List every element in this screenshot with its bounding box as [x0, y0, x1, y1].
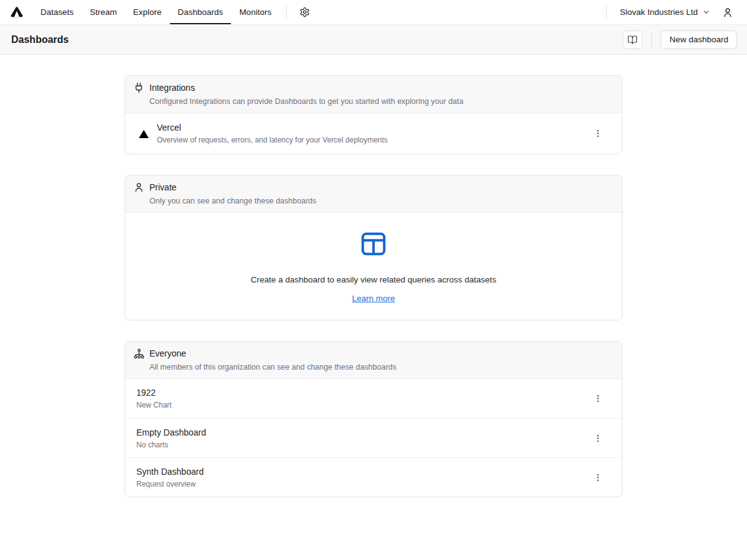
integration-name: Vercel: [157, 122, 388, 133]
everyone-header-text: Everyone All members of this organizatio…: [149, 348, 397, 372]
nav-item-monitors[interactable]: Monitors: [231, 0, 280, 24]
dashboard-name: Empty Dashboard: [136, 427, 206, 438]
dashboard-row-synth-dashboard[interactable]: Synth Dashboard Request overview: [125, 457, 622, 497]
nav-item-stream[interactable]: Stream: [82, 0, 125, 24]
top-nav: Datasets Stream Explore Dashboards Monit…: [0, 0, 747, 25]
org-switcher[interactable]: Slovak Industries Ltd: [614, 0, 716, 24]
user-menu-button[interactable]: [716, 0, 735, 24]
settings-button[interactable]: [294, 0, 316, 24]
nav-item-datasets[interactable]: Datasets: [32, 0, 82, 24]
org-chart-icon: [133, 347, 145, 360]
person-icon: [133, 181, 145, 194]
dashboard-row-text: Empty Dashboard No charts: [136, 427, 206, 450]
docs-button[interactable]: [622, 30, 642, 49]
everyone-subtitle: All members of this organization can see…: [149, 363, 397, 372]
kebab-icon: [593, 129, 603, 138]
gear-icon: [299, 7, 310, 17]
dashboard-row-menu-button[interactable]: [589, 390, 606, 408]
nav-item-dashboards[interactable]: Dashboards: [170, 0, 232, 24]
private-card-header: Private Only you can see and change thes…: [125, 175, 622, 213]
integrations-card-header: Integrations Configured Integrations can…: [125, 76, 622, 113]
dashboard-row-menu-button[interactable]: [589, 469, 606, 486]
integrations-subtitle: Configured Integrations can provide Dash…: [149, 97, 463, 106]
nav-right-group: Slovak Industries Ltd: [599, 0, 735, 24]
integration-row-text: Vercel Overview of requests, errors, and…: [157, 122, 388, 145]
header-divider: [651, 32, 652, 47]
empty-state-text: Create a dashboard to easily view relate…: [138, 275, 609, 284]
private-empty-state: Create a dashboard to easily view relate…: [125, 213, 622, 320]
dashboard-description: New Chart: [136, 401, 172, 410]
dashboards-content: Integrations Configured Integrations can…: [125, 55, 622, 497]
chevron-down-icon: [702, 8, 710, 16]
dashboard-name: 1922: [136, 387, 172, 398]
kebab-icon: [593, 473, 603, 482]
user-icon: [722, 7, 733, 18]
everyone-card: Everyone All members of this organizatio…: [125, 341, 622, 497]
org-name: Slovak Industries Ltd: [620, 7, 698, 17]
private-title: Private: [149, 182, 316, 194]
dashboard-description: Request overview: [136, 480, 204, 489]
integrations-header-text: Integrations Configured Integrations can…: [149, 82, 463, 106]
kebab-icon: [593, 434, 603, 443]
dashboard-row-1922[interactable]: 1922 New Chart: [125, 379, 622, 418]
everyone-title: Everyone: [149, 348, 397, 360]
dashboard-row-empty-dashboard[interactable]: Empty Dashboard No charts: [125, 418, 622, 457]
integrations-title: Integrations: [149, 82, 463, 94]
integration-row-vercel[interactable]: Vercel Overview of requests, errors, and…: [125, 113, 622, 154]
private-subtitle: Only you can see and change these dashbo…: [149, 197, 316, 206]
book-icon: [627, 35, 637, 45]
dashboard-row-text: 1922 New Chart: [136, 387, 172, 410]
vercel-row-menu-button[interactable]: [589, 125, 606, 142]
nav-divider: [286, 5, 287, 19]
page-header: Dashboards New dashboard: [0, 25, 747, 55]
dashboard-row-text: Synth Dashboard Request overview: [136, 466, 204, 489]
nav-divider: [606, 5, 607, 19]
vercel-logo: [138, 128, 150, 140]
page-title: Dashboards: [11, 34, 68, 45]
integrations-card: Integrations Configured Integrations can…: [125, 75, 622, 154]
integration-description: Overview of requests, errors, and latenc…: [157, 136, 388, 145]
dashboard-name: Synth Dashboard: [136, 466, 204, 477]
learn-more-link[interactable]: Learn more: [352, 294, 395, 303]
page-header-actions: New dashboard: [622, 30, 737, 49]
plug-icon: [133, 82, 145, 94]
private-card: Private Only you can see and change thes…: [125, 175, 622, 320]
dashboard-layout-icon: [359, 230, 388, 258]
new-dashboard-button[interactable]: New dashboard: [660, 30, 737, 49]
axiom-logo-icon: [11, 6, 23, 18]
dashboard-row-menu-button[interactable]: [589, 429, 606, 447]
everyone-card-header: Everyone All members of this organizatio…: [125, 342, 622, 379]
nav-item-explore[interactable]: Explore: [125, 0, 170, 24]
kebab-icon: [593, 394, 603, 403]
dashboard-description: No charts: [136, 441, 206, 450]
private-header-text: Private Only you can see and change thes…: [149, 182, 316, 206]
axiom-logo[interactable]: [0, 0, 32, 24]
